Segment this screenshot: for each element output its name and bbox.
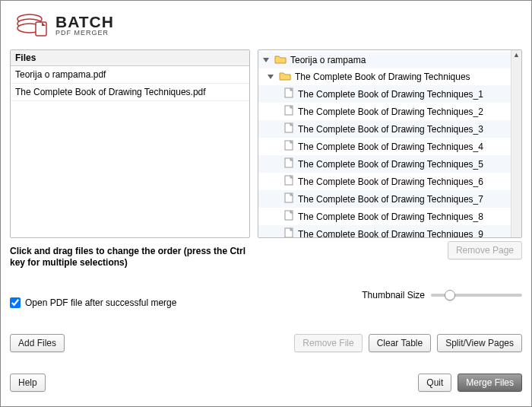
options-row: Open PDF file after successful merge Thu…	[10, 282, 522, 308]
tree-folder-label: Teorija o rampama	[290, 55, 366, 65]
open-after-merge-label: Open PDF file after successful merge	[25, 297, 176, 308]
tree-page-label: The Complete Book of Drawing Techniques_…	[298, 107, 483, 117]
tree-page-label: The Complete Book of Drawing Techniques_…	[298, 194, 483, 205]
file-action-group: Remove File Clear Table Split/View Pages	[294, 334, 522, 352]
tree-page-label: The Complete Book of Drawing Techniques_…	[298, 124, 483, 135]
tree-page-row[interactable]: The Complete Book of Drawing Techniques_…	[258, 155, 511, 173]
scroll-up-icon[interactable]: ▲	[513, 50, 520, 59]
tree-folder-row[interactable]: Teorija o rampama	[258, 52, 511, 68]
files-panel-header: Files	[11, 50, 249, 66]
bottom-row: Help Quit Merge Files	[10, 374, 522, 392]
bottom-action-group: Quit Merge Files	[418, 374, 522, 392]
page-icon	[284, 210, 294, 223]
page-icon	[284, 175, 294, 188]
page-icon	[284, 122, 294, 135]
disclosure-icon[interactable]	[263, 58, 269, 62]
thumbnail-size-control: Thumbnail Size	[362, 290, 522, 300]
page-icon	[284, 192, 294, 205]
reorder-hint: Click and drag files to change the order…	[10, 246, 261, 269]
pages-tree-panel: Teorija o rampama The Complete Book of D…	[258, 49, 522, 238]
tree-page-row[interactable]: The Complete Book of Drawing Techniques_…	[258, 120, 511, 138]
disclosure-icon[interactable]	[268, 75, 274, 79]
tree-page-label: The Complete Book of Drawing Techniques_…	[298, 176, 483, 187]
tree-page-row[interactable]: The Complete Book of Drawing Techniques_…	[258, 225, 511, 237]
tree-page-row[interactable]: The Complete Book of Drawing Techniques_…	[258, 190, 511, 208]
merge-files-button[interactable]: Merge Files	[458, 374, 522, 392]
tree-page-row[interactable]: The Complete Book of Drawing Techniques_…	[258, 138, 511, 155]
open-after-merge-input[interactable]	[10, 297, 21, 308]
app-logo-text: BATCH PDF MERGER	[55, 14, 114, 37]
tree-page-label: The Complete Book of Drawing Techniques_…	[298, 211, 483, 222]
tree-page-row[interactable]: The Complete Book of Drawing Techniques_…	[258, 85, 511, 103]
tree-page-label: The Complete Book of Drawing Techniques_…	[298, 141, 483, 152]
thumbnail-size-slider[interactable]	[431, 294, 522, 297]
folder-icon	[274, 54, 287, 66]
file-action-row: Add Files Remove File Clear Table Split/…	[10, 334, 522, 352]
tree-folder-row[interactable]: The Complete Book of Drawing Techniques	[258, 68, 511, 85]
page-icon	[284, 140, 294, 153]
page-icon	[284, 227, 294, 237]
add-files-button[interactable]: Add Files	[10, 334, 65, 352]
slider-thumb[interactable]	[445, 290, 455, 300]
open-after-merge-checkbox[interactable]: Open PDF file after successful merge	[10, 297, 176, 308]
files-panel: Files Teorija o rampama.pdf The Complete…	[10, 49, 250, 238]
folder-icon	[279, 71, 291, 83]
panels: Files Teorija o rampama.pdf The Complete…	[10, 49, 522, 238]
tree-page-label: The Complete Book of Drawing Techniques_…	[298, 89, 483, 100]
clear-table-button[interactable]: Clear Table	[369, 334, 431, 352]
help-button[interactable]: Help	[10, 374, 46, 392]
tree-page-label: The Complete Book of Drawing Techniques_…	[298, 159, 483, 170]
file-list[interactable]: Teorija o rampama.pdf The Complete Book …	[11, 66, 249, 237]
file-row[interactable]: Teorija o rampama.pdf	[11, 66, 249, 84]
tree-folder-label: The Complete Book of Drawing Techniques	[295, 72, 470, 82]
app-logo-icon	[14, 10, 51, 40]
pages-tree[interactable]: Teorija o rampama The Complete Book of D…	[258, 50, 521, 237]
below-panels-row: Click and drag files to change the order…	[10, 241, 522, 269]
remove-file-button[interactable]: Remove File	[294, 334, 362, 352]
logo-main: BATCH	[55, 14, 114, 30]
page-icon	[284, 87, 294, 100]
app-header: BATCH PDF MERGER	[10, 7, 522, 46]
logo-sub: PDF MERGER	[55, 30, 114, 37]
tree-scrollbar[interactable]: ▲	[511, 50, 521, 237]
app-window: BATCH PDF MERGER Files Teorija o rampama…	[0, 0, 532, 407]
page-icon	[284, 105, 294, 118]
remove-page-button[interactable]: Remove Page	[448, 241, 522, 259]
tree-page-row[interactable]: The Complete Book of Drawing Techniques_…	[258, 208, 511, 225]
page-icon	[284, 157, 294, 170]
svg-rect-3	[36, 22, 46, 36]
tree-page-label: The Complete Book of Drawing Techniques_…	[298, 229, 483, 238]
tree-page-row[interactable]: The Complete Book of Drawing Techniques_…	[258, 173, 511, 190]
tree-page-row[interactable]: The Complete Book of Drawing Techniques_…	[258, 103, 511, 120]
quit-button[interactable]: Quit	[418, 374, 451, 392]
thumbnail-size-label: Thumbnail Size	[362, 290, 425, 300]
split-view-pages-button[interactable]: Split/View Pages	[437, 334, 522, 352]
file-row[interactable]: The Complete Book of Drawing Techniques.…	[11, 84, 249, 101]
